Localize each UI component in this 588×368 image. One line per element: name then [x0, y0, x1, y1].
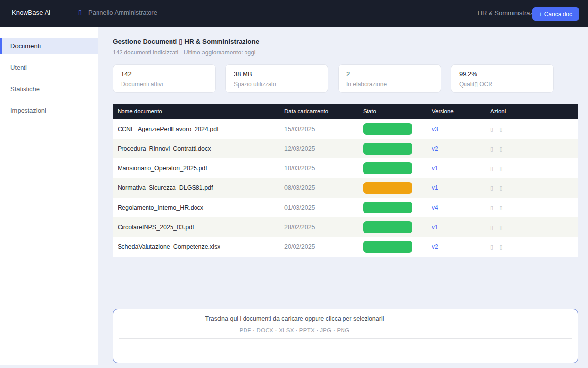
upload-dropzone[interactable]: Trascina qui i documenti da caricare opp…	[113, 309, 578, 363]
view-action-icon[interactable]: ▯	[490, 224, 493, 231]
page-title: Gestione Documenti ▯ HR & Somministrazio…	[113, 37, 578, 45]
sidebar-item-documenti[interactable]: Documenti	[0, 38, 98, 54]
upload-doc-button[interactable]: + Carica doc	[532, 7, 579, 21]
delete-action-icon[interactable]: ▯	[500, 146, 503, 152]
view-action-icon[interactable]: ▯	[490, 185, 493, 191]
stat-value: 2	[346, 70, 433, 78]
stat-label: In elaborazione	[346, 81, 433, 88]
status-badge	[363, 241, 412, 253]
delete-action-icon[interactable]: ▯	[500, 205, 503, 211]
panel-glyph-icon: ▯	[78, 9, 82, 16]
view-action-icon[interactable]: ▯	[490, 126, 493, 132]
stat-value: 38 MB	[234, 70, 320, 78]
version-link[interactable]: v1	[432, 184, 438, 191]
version-link[interactable]: v2	[432, 243, 438, 250]
delete-action-icon[interactable]: ▯	[500, 126, 503, 132]
dropzone-formats: PDF · DOCX · XLSX · PPTX · JPG · PNG	[113, 327, 476, 333]
stat-value: 99.2%	[459, 70, 545, 78]
dropzone-instruction: Trascina qui i documenti da caricare opp…	[113, 315, 476, 322]
panel-title: Pannello Amministratore	[88, 9, 157, 16]
status-badge	[363, 162, 412, 174]
doc-name: Normativa_Sicurezza_DLGS81.pdf	[113, 178, 279, 198]
status-badge	[363, 143, 412, 155]
table-row: Normativa_Sicurezza_DLGS81.pdf 08/03/202…	[113, 178, 578, 198]
doc-name: Mansionario_Operatori_2025.pdf	[113, 158, 279, 178]
org-label: HR & Somministraz	[478, 9, 533, 17]
view-action-icon[interactable]: ▯	[490, 146, 493, 152]
table-row: CircolareINPS_2025_03.pdf 28/02/2025 v1 …	[113, 217, 578, 237]
sidebar-item-label: Utenti	[10, 64, 27, 71]
sidebar-item-label: Impostazioni	[10, 107, 46, 114]
status-badge	[363, 202, 412, 213]
doc-date: 08/03/2025	[279, 178, 358, 198]
sidebar: Documenti Utenti Statistiche Impostazion…	[0, 27, 98, 365]
table-row: Procedura_Rinnovi_Contratti.docx 12/03/2…	[113, 139, 578, 158]
version-link[interactable]: v4	[432, 204, 438, 211]
version-link[interactable]: v2	[432, 145, 438, 152]
doc-name: CCNL_AgenziePerIlLavoro_2024.pdf	[113, 119, 279, 139]
doc-date: 12/03/2025	[279, 139, 358, 158]
table-row: Regolamento_Interno_HR.docx 01/03/2025 v…	[113, 198, 578, 217]
stat-label: Spazio utilizzato	[234, 81, 320, 88]
sidebar-item-label: Statistiche	[10, 85, 40, 93]
delete-action-icon[interactable]: ▯	[500, 165, 503, 172]
sidebar-item-impostazioni[interactable]: Impostazioni	[0, 103, 98, 119]
stat-label: Qualit▯ OCR	[459, 81, 545, 88]
version-link[interactable]: v1	[432, 165, 438, 172]
main-area: Gestione Documenti ▯ HR & Somministrazio…	[98, 27, 588, 368]
table-row: SchedaValutazione_Competenze.xlsx 20/02/…	[113, 237, 578, 257]
stat-card-qualita-ocr: 99.2% Qualit▯ OCR	[451, 64, 554, 93]
delete-action-icon[interactable]: ▯	[500, 185, 503, 191]
dropzone-divider	[119, 338, 572, 339]
stat-card-in-elaborazione: 2 In elaborazione	[338, 64, 441, 93]
view-action-icon[interactable]: ▯	[490, 165, 493, 172]
sidebar-item-statistiche[interactable]: Statistiche	[0, 81, 98, 98]
status-badge	[363, 182, 412, 194]
top-bar: KnowBase AI ▯ Pannello Amministratore HR…	[0, 0, 588, 27]
doc-name: Regolamento_Interno_HR.docx	[113, 198, 279, 217]
stat-cards: 142 Documenti attivi 38 MB Spazio utiliz…	[113, 64, 578, 93]
stat-card-documenti-attivi: 142 Documenti attivi	[113, 64, 216, 93]
col-data-caricamento: Data caricamento	[279, 104, 358, 119]
stat-card-spazio: 38 MB Spazio utilizzato	[225, 64, 328, 93]
status-badge	[363, 221, 412, 233]
col-versione: Versione	[427, 104, 486, 119]
doc-name: SchedaValutazione_Competenze.xlsx	[113, 237, 279, 257]
delete-action-icon[interactable]: ▯	[500, 224, 503, 231]
stat-value: 142	[121, 70, 207, 78]
stat-label: Documenti attivi	[121, 81, 207, 88]
col-nome-documento: Nome documento	[113, 104, 279, 119]
page-subtitle: 142 documenti indicizzati · Ultimo aggio…	[113, 49, 578, 56]
table-row: Mansionario_Operatori_2025.pdf 10/03/202…	[113, 158, 578, 178]
version-link[interactable]: v3	[432, 126, 438, 132]
table-header: Nome documento Data caricamento Stato Ve…	[113, 104, 578, 119]
doc-name: Procedura_Rinnovi_Contratti.docx	[113, 139, 279, 158]
col-azioni: Azioni	[486, 104, 578, 119]
dropzone-text: Trascina qui i documenti da caricare opp…	[113, 309, 476, 333]
doc-date: 15/03/2025	[279, 119, 358, 139]
doc-date: 20/02/2025	[279, 237, 358, 257]
view-action-icon[interactable]: ▯	[490, 244, 493, 250]
version-link[interactable]: v1	[432, 224, 438, 231]
sidebar-item-utenti[interactable]: Utenti	[0, 59, 98, 76]
sidebar-item-label: Documenti	[10, 42, 41, 50]
doc-name: CircolareINPS_2025_03.pdf	[113, 217, 279, 237]
doc-date: 10/03/2025	[279, 158, 358, 178]
status-badge	[363, 123, 412, 135]
col-stato: Stato	[358, 104, 427, 119]
table-row: CCNL_AgenziePerIlLavoro_2024.pdf 15/03/2…	[113, 119, 578, 139]
table-body: CCNL_AgenziePerIlLavoro_2024.pdf 15/03/2…	[113, 119, 578, 257]
doc-date: 01/03/2025	[279, 198, 358, 217]
doc-date: 28/02/2025	[279, 217, 358, 237]
brand-logo: KnowBase AI	[12, 9, 51, 16]
delete-action-icon[interactable]: ▯	[500, 244, 503, 250]
view-action-icon[interactable]: ▯	[490, 205, 493, 211]
documents-table: Nome documento Data caricamento Stato Ve…	[113, 104, 578, 257]
